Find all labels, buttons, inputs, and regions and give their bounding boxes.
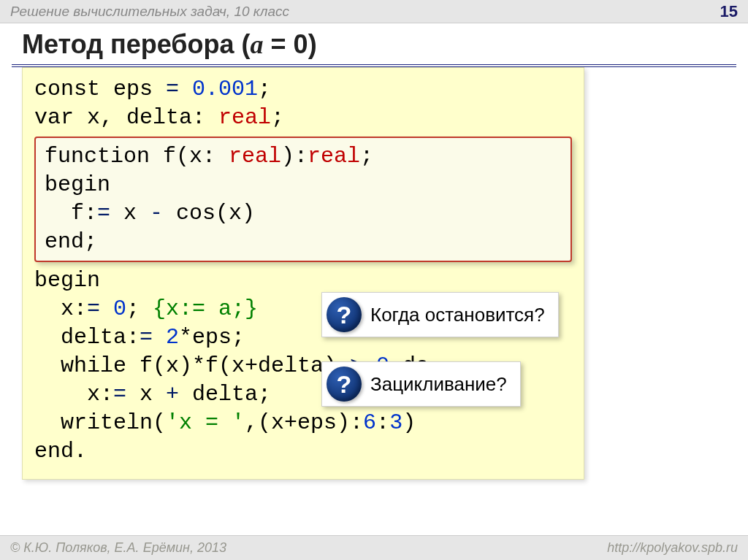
code-line: function f(x: real):real; — [45, 142, 562, 171]
code-line: end. — [34, 437, 572, 466]
code-line: begin — [34, 266, 572, 295]
title-var: a — [251, 30, 264, 59]
code-comment: {x:= a;} — [153, 296, 258, 321]
content-area: const eps = 0.001; var x, delta: real; f… — [0, 67, 748, 480]
callout-stop: ? Когда остановится? — [321, 292, 559, 337]
code-line: begin — [45, 171, 562, 199]
title-area: Метод перебора (a = 0) — [0, 23, 748, 60]
callout-loop: ? Зацикливание? — [321, 361, 521, 407]
footer-bar: © К.Ю. Поляков, Е.А. Ерёмин, 2013 http:/… — [0, 535, 748, 560]
footer-url: http://kpolyakov.spb.ru — [607, 540, 738, 556]
code-line: var x, delta: real; — [34, 104, 572, 132]
footer-copyright: © К.Ю. Поляков, Е.А. Ерёмин, 2013 — [10, 540, 226, 556]
question-icon: ? — [327, 367, 362, 402]
top-bar: Решение вычислительных задач, 10 класс 1… — [0, 0, 748, 23]
code-line: end; — [45, 228, 562, 256]
callout-text: Когда остановится? — [370, 304, 545, 326]
course-title: Решение вычислительных задач, 10 класс — [10, 4, 289, 20]
function-box: function f(x: real):real; begin f:= x - … — [34, 137, 572, 262]
page-title: Метод перебора (a = 0) — [22, 29, 317, 59]
code-block: const eps = 0.001; var x, delta: real; f… — [22, 67, 584, 480]
callout-text: Зацикливание? — [370, 373, 507, 396]
title-eq: = 0) — [264, 29, 317, 59]
code-line: writeln('x = ',(x+eps):6:3) — [34, 409, 572, 437]
title-prefix: Метод перебора ( — [22, 29, 251, 59]
code-line: f:= x - cos(x) — [45, 199, 562, 228]
page-number: 15 — [720, 2, 738, 21]
code-line: const eps = 0.001; — [34, 75, 572, 104]
question-icon: ? — [327, 297, 362, 332]
